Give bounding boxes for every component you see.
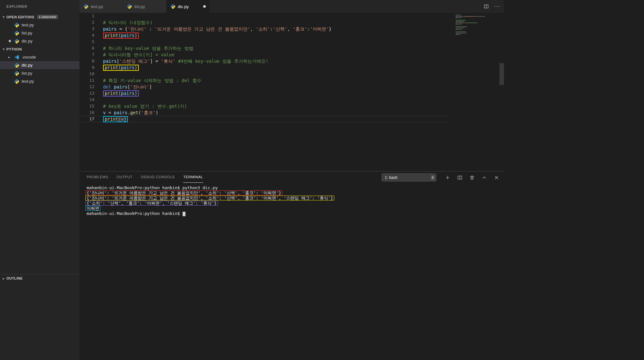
line-number[interactable]: 10 [80,71,94,77]
terminal-cursor [183,212,185,216]
code-line[interactable]: 17print(v) [80,116,449,122]
line-number[interactable]: 17 [80,116,94,122]
tree-item[interactable]: dic.py [0,61,80,69]
split-editor-icon[interactable] [483,4,489,9]
code-text: print(v) [103,116,128,122]
panel-tab-terminal[interactable]: TERMINAL [183,171,203,183]
code-token: # 하나의 key-value 쌍을 추가하는 방법 [103,46,193,51]
code-line[interactable]: 10 [80,71,449,77]
code-token: , [287,26,293,32]
code-line[interactable]: 9print(pairs) [80,64,449,71]
line-number[interactable]: 16 [80,109,94,116]
code-text: del pairs['잔나비'] [103,84,152,90]
tab-dic.py[interactable]: dic.py [166,0,210,13]
line-number[interactable]: 3 [80,26,94,32]
minimap-segment [456,17,458,18]
code-token: } [329,26,331,32]
annotation-box-purple: {'소히': '산책', '홍크': '어쩌면', '스탠딩 에그': '휴식'… [85,201,218,206]
code-editor[interactable]: 12# 딕셔너리 (내장함수)3pairs = {'잔나비' : '뜨거운 여름… [80,13,504,171]
minimap-line [456,23,485,23]
terminal-line: {'잔나비': '뜨거운 여름밤은 가고 남은 건 볼품없지만', '소히': … [87,196,504,201]
tab-list.py[interactable]: list.py [123,0,166,13]
line-number[interactable]: 15 [80,103,94,109]
line-number[interactable]: 8 [80,58,94,64]
line-number[interactable]: 14 [80,97,94,103]
panel-tab-problems[interactable]: PROBLEMS [87,171,108,183]
line-number[interactable]: 12 [80,84,94,90]
minimap-segment [462,23,464,23]
code-line[interactable]: 11# 특정 키-value 삭제하는 방법 : del 함수 [80,77,449,84]
code-token: pairs [121,33,135,38]
minimap-segment [461,33,463,33]
code-line[interactable]: 8pairs['스탠딩 에그'] = '휴식' #4번째 key-value 쌍… [80,58,449,64]
line-number[interactable]: 9 [80,64,94,71]
annotation-box-cyan: print(v) [103,116,128,122]
code-token: ) [135,91,137,96]
line-number[interactable]: 11 [80,77,94,84]
code-line[interactable]: 13print(pairs) [80,90,449,97]
code-line[interactable]: 15# key로 value 얻기 : 변수.get(키) [80,103,449,109]
tree-item[interactable]: list.py [0,69,80,77]
minimap-segment [457,33,458,33]
open-editor-item[interactable]: list.py [0,29,80,37]
line-number[interactable]: 13 [80,90,94,97]
line-number[interactable]: 7 [80,51,94,58]
code-line[interactable]: 7# 딕셔너리형 변수[키] = value [80,51,449,58]
panel-tab-output[interactable]: OUTPUT [117,171,133,183]
vscode-window: EXPLORER ▾ OPEN EDITORS 1 UNSAVED test.p… [0,0,504,360]
code-line[interactable]: 3pairs = {'잔나비' : '뜨거운 여름밤은 가고 남은 건 볼품없지… [80,26,449,32]
panel-icon-buttons [445,175,499,180]
tab-test.py[interactable]: test.py [80,0,123,13]
terminal-output[interactable]: mahanbin-ui-MacBookPro:python hanbin$ py… [80,183,504,216]
minimap-segment [456,26,467,27]
code-line[interactable]: 12del pairs['잔나비'] [80,84,449,90]
tree-item[interactable]: ▸.vscode [0,53,80,61]
minimap-segment [456,23,458,23]
minimap-segment [459,23,462,23]
open-editor-item[interactable]: dic.py [0,37,80,45]
code-line[interactable]: 4print(pairs) [80,32,449,39]
line-number[interactable]: 2 [80,19,94,26]
code-line[interactable]: 14 [80,97,449,103]
panel-tab-debug-console[interactable]: DEBUG CONSOLE [141,171,175,183]
code-token: = { [117,26,128,32]
editor-scrollbar[interactable] [499,63,504,85]
terminal-shell-selector[interactable]: 1: bash ▲▼ [382,173,436,181]
line-number[interactable]: 4 [80,32,94,39]
code-line[interactable]: 5 [80,39,449,45]
outline-section-header[interactable]: ▸ OUTLINE [0,274,80,282]
code-line[interactable]: 6# 하나의 key-value 쌍을 추가하는 방법 [80,45,449,51]
more-actions-icon[interactable]: ··· [494,4,500,9]
line-number[interactable]: 5 [80,39,94,45]
code-line[interactable]: 1 [80,13,449,19]
close-panel-icon[interactable] [494,175,499,180]
shell-selector-value: 1: bash [385,175,397,180]
line-number[interactable]: 6 [80,45,94,51]
open-editors-header[interactable]: ▾ OPEN EDITORS 1 UNSAVED [0,13,80,21]
kill-terminal-icon[interactable] [469,175,475,180]
modified-dot-icon[interactable] [203,5,206,8]
select-arrows-icon: ▲▼ [431,175,435,180]
minimap-segment [466,23,467,23]
code-token: : [270,26,273,32]
split-terminal-icon[interactable] [457,175,463,180]
maximize-panel-icon[interactable] [481,175,487,180]
minimap[interactable] [456,14,485,35]
tree-item[interactable]: test.py [0,77,80,85]
code-token [111,84,114,89]
code-token: '잔나비' [128,26,147,32]
code-text: # 하나의 key-value 쌍을 추가하는 방법 [103,45,193,51]
code-token: #4번째 key-value 쌍을 추가하는거에요! [178,59,268,64]
new-terminal-icon[interactable] [445,175,450,180]
code-token: : [147,26,155,32]
code-token: ) [156,110,158,115]
minimap-segment [464,23,466,23]
folder-section-header[interactable]: ▾ PYTHON [0,45,80,53]
code-line[interactable]: 2# 딕셔너리 (내장함수) [80,19,449,26]
editor-tabbar: test.pylist.pydic.py ··· [80,0,504,13]
line-number[interactable]: 1 [80,13,94,19]
code-token: '홍크' [293,26,307,32]
chevron-right-icon: ▸ [1,277,6,280]
open-editor-item[interactable]: test.py [0,21,80,29]
code-line[interactable]: 16v = pairs.get('홍크') [80,109,449,116]
